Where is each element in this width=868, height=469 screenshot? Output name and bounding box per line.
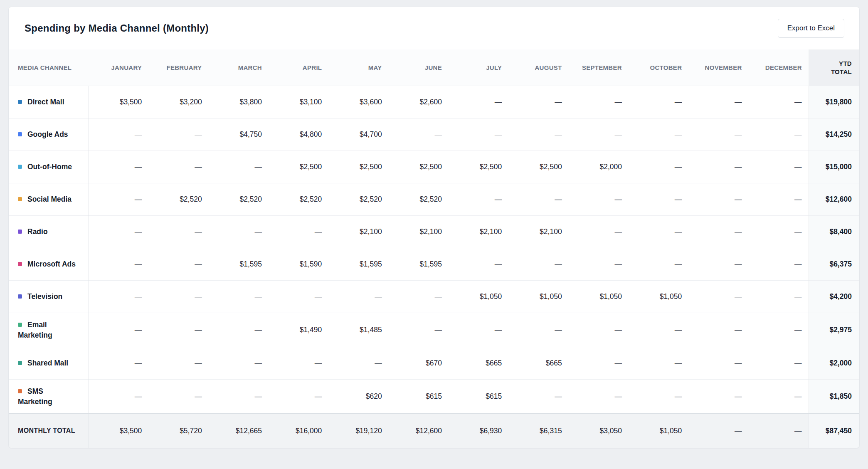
spending-table: MEDIA CHANNEL JANUARYFEBRUARYMARCHAPRILM… <box>9 49 859 448</box>
channel-color-swatch <box>18 100 22 104</box>
value-cell: — <box>749 380 809 414</box>
value-cell: $620 <box>328 380 388 414</box>
value-cell: — <box>89 151 148 183</box>
value-cell: — <box>629 151 688 183</box>
ytd-cell: $6,375 <box>809 248 859 281</box>
total-value-cell: $1,050 <box>629 414 688 448</box>
month-header: MARCH <box>209 49 269 86</box>
value-cell: — <box>269 281 328 313</box>
channel-label: Direct Mail <box>27 98 64 106</box>
value-cell: — <box>89 313 148 347</box>
table-row: Direct Mail$3,500$3,200$3,800$3,100$3,60… <box>9 86 859 118</box>
channel-label: Social Media <box>27 195 72 203</box>
table-row: SMS Marketing————$620$615$615—————$1,850 <box>9 380 859 414</box>
value-cell: $2,500 <box>449 151 508 183</box>
ytd-cell: $19,800 <box>809 86 859 118</box>
value-cell: — <box>749 216 809 248</box>
value-cell: $2,100 <box>389 216 449 248</box>
value-cell: — <box>148 118 208 151</box>
channel-cell: Radio <box>9 216 89 248</box>
value-cell: $2,520 <box>328 183 388 216</box>
value-cell: — <box>749 118 809 151</box>
value-cell: — <box>569 86 629 118</box>
total-value-cell: $6,315 <box>508 414 568 448</box>
value-cell: — <box>148 281 208 313</box>
value-cell: — <box>688 216 748 248</box>
channel-color-swatch <box>18 361 22 365</box>
value-cell: — <box>508 86 568 118</box>
value-cell: — <box>269 216 328 248</box>
value-cell: — <box>569 183 629 216</box>
value-cell: — <box>508 248 568 281</box>
value-cell: — <box>148 347 208 380</box>
channel-label: Out-of-Home <box>27 163 72 171</box>
channel-cell: Email Marketing <box>9 313 89 347</box>
value-cell: — <box>749 313 809 347</box>
total-value-cell: $12,600 <box>389 414 449 448</box>
value-cell: $1,590 <box>269 248 328 281</box>
value-cell: — <box>629 118 688 151</box>
value-cell: — <box>629 380 688 414</box>
channel-cell: SMS Marketing <box>9 380 89 414</box>
value-cell: — <box>89 216 148 248</box>
media-channel-header: MEDIA CHANNEL <box>9 49 89 86</box>
value-cell: — <box>569 380 629 414</box>
value-cell: — <box>569 216 629 248</box>
ytd-total-header: YTD TOTAL <box>809 49 859 86</box>
value-cell: — <box>209 380 269 414</box>
value-cell: — <box>449 183 508 216</box>
table-row: Email Marketing———$1,490$1,485———————$2,… <box>9 313 859 347</box>
month-header: DECEMBER <box>749 49 809 86</box>
value-cell: $2,520 <box>209 183 269 216</box>
monthly-total-label: MONTHLY TOTAL <box>9 414 89 448</box>
value-cell: — <box>629 86 688 118</box>
ytd-cell: $2,975 <box>809 313 859 347</box>
channel-cell: Television <box>9 281 89 313</box>
value-cell: $615 <box>449 380 508 414</box>
value-cell: $1,595 <box>389 248 449 281</box>
value-cell: — <box>449 118 508 151</box>
channel-cell: Direct Mail <box>9 86 89 118</box>
value-cell: — <box>508 313 568 347</box>
value-cell: — <box>688 248 748 281</box>
table-row: Television——————$1,050$1,050$1,050$1,050… <box>9 281 859 313</box>
value-cell: — <box>449 248 508 281</box>
value-cell: $2,100 <box>449 216 508 248</box>
value-cell: — <box>269 347 328 380</box>
value-cell: — <box>569 118 629 151</box>
value-cell: — <box>508 380 568 414</box>
value-cell: — <box>688 380 748 414</box>
value-cell: — <box>688 151 748 183</box>
value-cell: — <box>148 380 208 414</box>
month-header: JANUARY <box>89 49 148 86</box>
value-cell: — <box>148 151 208 183</box>
value-cell: — <box>328 347 388 380</box>
value-cell: — <box>749 248 809 281</box>
value-cell: — <box>629 347 688 380</box>
channel-color-swatch <box>18 197 22 201</box>
value-cell: $4,800 <box>269 118 328 151</box>
value-cell: $2,600 <box>389 86 449 118</box>
total-value-cell: $6,930 <box>449 414 508 448</box>
export-to-excel-button[interactable]: Export to Excel <box>778 19 844 38</box>
value-cell: $1,595 <box>209 248 269 281</box>
total-value-cell: $16,000 <box>269 414 328 448</box>
value-cell: — <box>449 313 508 347</box>
total-value-cell: $19,120 <box>328 414 388 448</box>
value-cell: $665 <box>449 347 508 380</box>
value-cell: — <box>749 86 809 118</box>
value-cell: — <box>569 347 629 380</box>
month-header: OCTOBER <box>629 49 688 86</box>
value-cell: — <box>209 313 269 347</box>
value-cell: — <box>89 281 148 313</box>
value-cell: — <box>749 183 809 216</box>
value-cell: $2,100 <box>328 216 388 248</box>
value-cell: — <box>148 248 208 281</box>
value-cell: $2,520 <box>148 183 208 216</box>
value-cell: — <box>209 347 269 380</box>
value-cell: $615 <box>389 380 449 414</box>
table-row: Google Ads——$4,750$4,800$4,700———————$14… <box>9 118 859 151</box>
value-cell: — <box>629 183 688 216</box>
total-value-cell: $12,665 <box>209 414 269 448</box>
value-cell: $1,485 <box>328 313 388 347</box>
